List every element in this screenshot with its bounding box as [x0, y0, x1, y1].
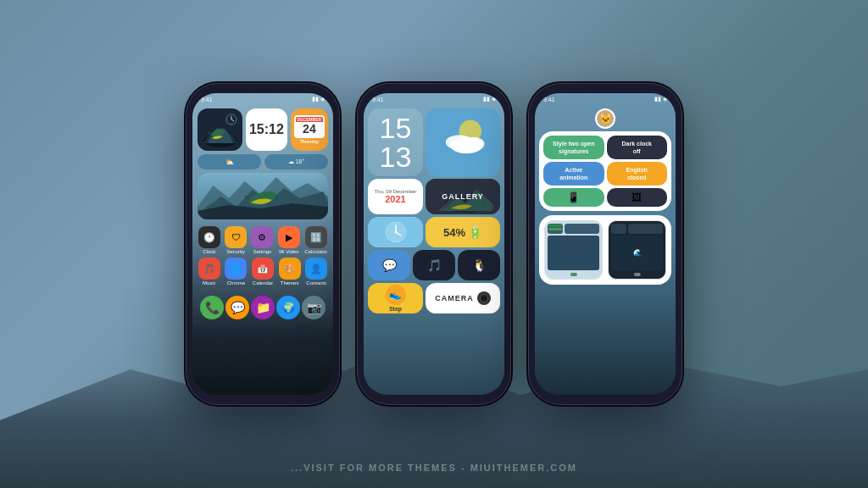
p2-time: 9:41 [372, 97, 384, 103]
p3-english-closed-label: Englishclosed [626, 167, 648, 180]
p1-mivideo-label: Mi Video [279, 249, 298, 254]
p2-camera-block[interactable]: CAMERA [426, 283, 500, 313]
p1-weather-temp: ☁ 18° [264, 154, 328, 169]
p1-app-chrome[interactable]: 🌐 Chrome [225, 258, 247, 286]
phone-2-status-bar: 9:41 ▮▮ ◈ [364, 93, 504, 105]
p3-theme2-label: 08 [634, 272, 640, 277]
p1-clock-label: Clock [203, 249, 215, 254]
p1-dock-camera[interactable]: 📷 [302, 296, 326, 319]
p2-penguin-icon: 🐧 [458, 250, 500, 280]
p2-lens-inner [480, 294, 488, 302]
p1-calendar-icon: 📅 [252, 258, 274, 280]
p1-app-contacts[interactable]: 👤 Contacts [305, 258, 327, 286]
p1-clock-time-widget: 15:12 [246, 108, 287, 151]
p1-app-calendar[interactable]: 📅 Calendar [252, 258, 274, 286]
p2-top-row: 15 13 [368, 108, 500, 176]
p2-step-camera-row: 👟 Step CAMERA [368, 283, 500, 313]
p2-camera-lens [477, 291, 491, 305]
phone-3-screen: 9:41 ▮▮ ◈ 🐱 Style two opensignatures D [535, 93, 676, 395]
p1-app-mivideo[interactable]: ▶ Mi Video [278, 226, 300, 254]
p2-gallery-label: GALLERY [442, 192, 484, 201]
svg-point-20 [394, 231, 397, 234]
svg-point-13 [464, 137, 485, 151]
p1-dark-clock-widget [198, 108, 242, 151]
p1-contacts-icon: 👤 [305, 258, 327, 280]
p1-contacts-label: Contacts [306, 280, 326, 286]
p3-active-anim-label: Activeanimation [559, 167, 587, 180]
p1-icons: ▮▮ ◈ [312, 96, 325, 103]
p2-clock-battery-row: 54% 🔋 [368, 217, 500, 247]
p1-icons-row-2: 🎵 Music 🌐 Chrome 📅 Calendar 🎨 Themes 👤 [192, 256, 333, 287]
p3-active-animation-btn[interactable]: Activeanimation [543, 162, 604, 186]
p2-icons: ▮▮ ◈ [483, 96, 496, 103]
p3-btn1-icon: 📱 [567, 191, 580, 203]
p1-music-label: Music [203, 280, 216, 286]
p1-cal-weekday: Thursday [300, 139, 320, 144]
p1-app-settings[interactable]: ⚙ Settings [251, 226, 273, 254]
p1-top-widgets: 15:12 DECEMBER 24 Thursday [192, 105, 333, 152]
p1-app-music[interactable]: 🎵 Music [198, 258, 220, 286]
p3-style-open-label: Style two opensignatures [553, 141, 594, 154]
p1-cal-day: 24 [296, 122, 323, 136]
phones-container: 9:41 ▮▮ ◈ [186, 83, 682, 405]
p1-icons-row-1: 🕐 Clock 🛡 Security ⚙ Settings ▶ Mi Video… [192, 221, 333, 256]
phone-3: 9:41 ▮▮ ◈ 🐱 Style two opensignatures D [528, 83, 682, 405]
p3-options-card: Style two opensignatures Dark clockoff A… [539, 131, 671, 211]
p1-calc-label: Calculator [304, 249, 327, 254]
p1-themes-label: Themes [281, 280, 299, 286]
phone-3-status-bar: 9:41 ▮▮ ◈ [535, 93, 676, 105]
phone-2: 9:41 ▮▮ ◈ 15 13 [357, 83, 511, 405]
p2-music-icon: 🎵 [413, 250, 455, 280]
p2-weather-block [426, 108, 500, 176]
p3-icon-btn-1[interactable]: 📱 [543, 188, 604, 207]
p1-security-label: Security [226, 249, 245, 254]
p2-small-icons-row: 💬 🎵 🐧 [368, 250, 500, 280]
phone-2-screen: 9:41 ▮▮ ◈ 15 13 [364, 93, 504, 395]
p2-battery-pct: 54% [443, 226, 465, 239]
p3-avatar-row: 🐱 [539, 108, 671, 129]
p1-dock-browser[interactable]: 🌍 [276, 296, 300, 319]
watermark: ...VISIT FOR MORE THEMES - MIUITHEMER.CO… [291, 463, 577, 473]
p1-app-security[interactable]: 🛡 Security [225, 226, 247, 254]
p3-btn2-icon: 🖼 [632, 191, 642, 203]
p1-settings-label: Settings [253, 249, 272, 254]
p1-dock-files[interactable]: 📁 [251, 296, 275, 319]
p1-weather-bar: ⛅ ☁ 18° [192, 152, 333, 171]
p3-theme-preview-1[interactable]: 08 [544, 220, 603, 280]
p1-chrome-icon: 🌐 [225, 258, 247, 280]
p1-music-icon: 🎵 [198, 258, 220, 280]
p2-battery-block: 54% 🔋 [426, 217, 500, 247]
p3-theme-preview-2[interactable]: 🌊 08 [608, 220, 666, 280]
p1-app-calculator[interactable]: 🔢 Calculator [304, 226, 327, 254]
p1-dock-messages[interactable]: 💬 [225, 296, 249, 319]
p1-calc-icon: 🔢 [305, 226, 327, 248]
p2-mid-row: Thu, 09 December 2021 GA [368, 179, 500, 214]
p1-themes-icon: 🎨 [279, 258, 301, 280]
p3-themes-card: 08 🌊 [539, 215, 671, 285]
p1-mivideo-icon: ▶ [278, 226, 300, 248]
p2-step-block: 👟 Step [368, 283, 423, 313]
p3-icon-btn-2[interactable]: 🖼 [607, 188, 668, 207]
p1-chrome-label: Chrome [227, 280, 245, 286]
p2-clock-analog [368, 217, 423, 247]
p3-time: 9:41 [543, 97, 555, 103]
p1-mountain-scene [198, 173, 328, 219]
p1-app-clock[interactable]: 🕐 Clock [198, 226, 220, 254]
p1-app-themes[interactable]: 🎨 Themes [279, 258, 301, 286]
phone-1: 9:41 ▮▮ ◈ [186, 83, 340, 405]
p1-dock-phone[interactable]: 📞 [200, 296, 224, 319]
p3-icon-btns: 📱 🖼 [543, 188, 667, 207]
p2-battery-icon: 🔋 [468, 225, 482, 239]
p2-hour: 15 [380, 114, 412, 142]
p3-english-closed-btn[interactable]: Englishclosed [607, 162, 668, 186]
p3-avatar-emoji: 🐱 [599, 113, 612, 125]
p2-date-block: Thu, 09 December 2021 [368, 179, 423, 214]
p3-dark-clock-btn[interactable]: Dark clockoff [607, 136, 668, 159]
p3-user-avatar: 🐱 [595, 108, 615, 129]
p3-style-open-btn[interactable]: Style two opensignatures [543, 136, 604, 159]
p2-step-label: Step [389, 306, 402, 312]
p1-temp-text: ☁ 18° [288, 158, 305, 165]
p2-step-icon: 👟 [386, 285, 406, 305]
p2-gallery-block: GALLERY [426, 179, 500, 214]
phone-1-status-bar: 9:41 ▮▮ ◈ [192, 93, 333, 105]
